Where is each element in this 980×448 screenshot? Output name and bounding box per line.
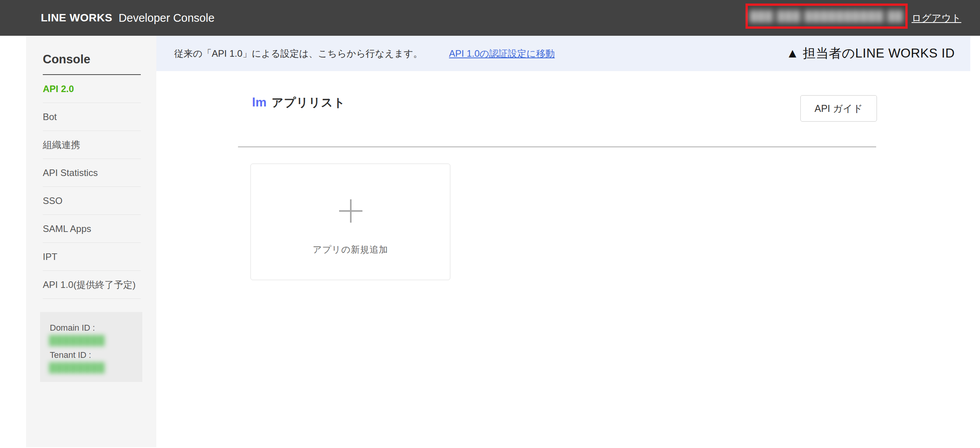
add-app-card[interactable]: アプリの新規追加 xyxy=(250,164,450,280)
sidebar-item-org-link[interactable]: 組織連携 xyxy=(43,131,141,159)
page-title: lm アプリリスト xyxy=(252,95,346,111)
sidebar-item-api-2-0[interactable]: API 2.0 xyxy=(43,75,141,103)
tenant-id-value-blurred: ████████ xyxy=(49,362,142,373)
sidebar-item-bot[interactable]: Bot xyxy=(43,103,141,131)
domain-id-value-blurred: ████████ xyxy=(49,335,142,346)
add-app-label: アプリの新規追加 xyxy=(251,244,450,256)
lm-badge: lm xyxy=(252,95,266,110)
lineworks-logo: LINE WORKS Developer Console xyxy=(41,0,215,36)
sidebar-item-api-1-0[interactable]: API 1.0(提供終了予定) xyxy=(43,271,141,299)
domain-tenant-id-box: Domain ID : ████████ Tenant ID : ███████… xyxy=(40,312,142,382)
sidebar-item-api-statistics[interactable]: API Statistics xyxy=(43,159,141,187)
logo-brand-text: LINE WORKS xyxy=(41,12,112,24)
logo-product-text: Developer Console xyxy=(119,12,215,24)
account-name-blurred: ███ ███ ██████████ ██ xyxy=(750,10,903,22)
lineworks-id-annotation: ▲ 担当者のLINE WORKS ID xyxy=(786,36,955,71)
api10-notice-bar: 従来の「API 1.0」による設定は、こちらから行なえます。 API 1.0の認… xyxy=(156,36,970,71)
developer-console-page: LINE WORKS Developer Console ███ ███ ███… xyxy=(0,0,980,448)
plus-icon xyxy=(339,199,362,223)
title-divider xyxy=(238,146,876,147)
logout-link[interactable]: ログアウト xyxy=(912,0,961,36)
notice-text: 従来の「API 1.0」による設定は、こちらから行なえます。 xyxy=(174,47,423,60)
sidebar-item-sso[interactable]: SSO xyxy=(43,187,141,215)
api-guide-button[interactable]: API ガイド xyxy=(800,95,877,122)
tenant-id-label: Tenant ID : xyxy=(50,350,142,360)
sidebar-nav: API 2.0 Bot 組織連携 API Statistics SSO SAML… xyxy=(26,75,156,299)
domain-id-label: Domain ID : xyxy=(50,323,142,333)
sidebar-item-saml-apps[interactable]: SAML Apps xyxy=(43,215,141,243)
sidebar: Console API 2.0 Bot 組織連携 API Statistics … xyxy=(26,36,156,447)
sidebar-title: Console xyxy=(43,52,156,66)
sidebar-item-ipt[interactable]: IPT xyxy=(43,243,141,271)
account-highlight-box: ███ ███ ██████████ ██ xyxy=(746,3,908,29)
top-header: LINE WORKS Developer Console ███ ███ ███… xyxy=(0,0,980,36)
api10-auth-settings-link[interactable]: API 1.0の認証設定に移動 xyxy=(449,47,555,60)
app-list-title: アプリリスト xyxy=(271,95,345,111)
